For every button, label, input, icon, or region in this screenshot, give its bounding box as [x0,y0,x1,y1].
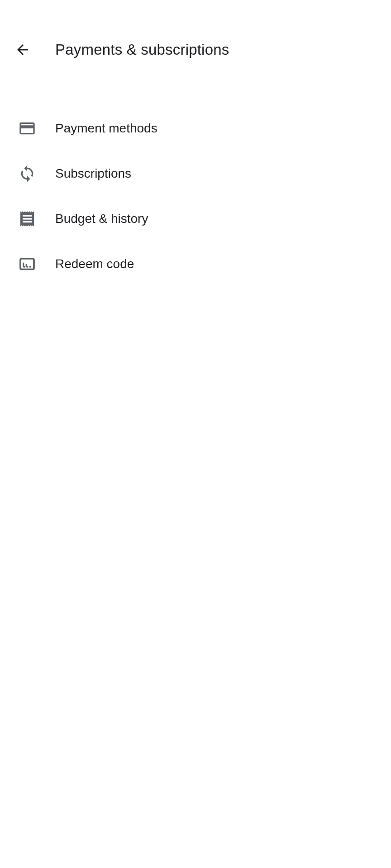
page-title: Payments & subscriptions [55,41,229,58]
pin-code-icon [18,255,36,273]
menu-item-budget-history[interactable]: Budget & history [0,196,391,241]
svg-point-3 [29,266,31,268]
receipt-icon [18,210,36,228]
svg-point-1 [23,266,25,268]
header: Payments & subscriptions [0,0,391,70]
svg-point-2 [26,266,28,268]
menu-list: Payment methods Subscriptions Budget & h… [0,70,391,287]
menu-item-redeem-code[interactable]: Redeem code [0,241,391,287]
sync-icon [18,165,36,183]
menu-item-subscriptions[interactable]: Subscriptions [0,151,391,196]
menu-item-label: Redeem code [55,257,134,271]
menu-item-label: Payment methods [55,121,157,136]
arrow-back-icon [14,42,31,58]
menu-item-label: Subscriptions [55,166,131,181]
menu-item-payment-methods[interactable]: Payment methods [0,106,391,151]
menu-item-label: Budget & history [55,212,148,226]
back-button[interactable] [12,39,33,61]
credit-card-icon [18,119,36,137]
